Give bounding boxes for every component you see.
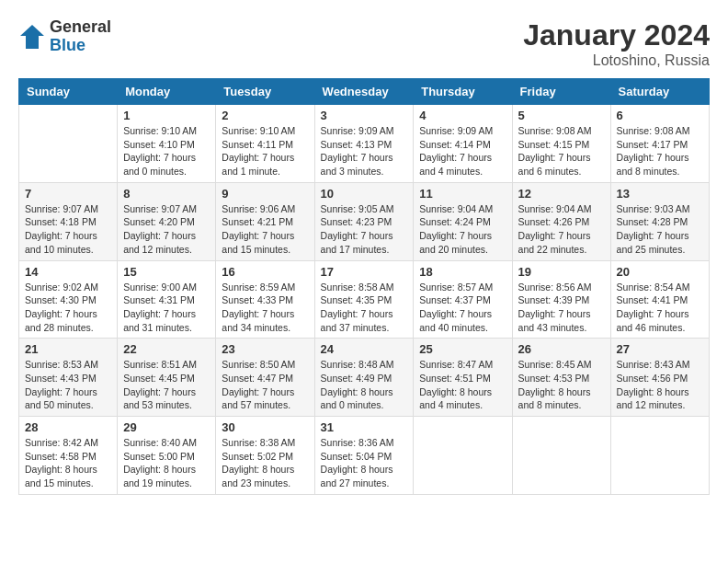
day-number: 17 [321,265,408,279]
day-info: Sunrise: 9:06 AM Sunset: 4:21 PM Dayligh… [222,202,308,257]
week-row-3: 14Sunrise: 9:02 AM Sunset: 4:30 PM Dayli… [19,260,710,339]
calendar-cell: 21Sunrise: 8:53 AM Sunset: 4:43 PM Dayli… [19,339,118,417]
day-number: 16 [222,265,308,279]
day-number: 31 [321,420,408,434]
day-info: Sunrise: 8:51 AM Sunset: 4:45 PM Dayligh… [123,358,210,412]
calendar-cell: 18Sunrise: 8:57 AM Sunset: 4:37 PM Dayli… [414,260,512,339]
weekday-header-monday: Monday [118,79,216,105]
location: Lotoshino, Russia [523,52,710,69]
calendar-cell: 9Sunrise: 9:06 AM Sunset: 4:21 PM Daylig… [216,182,314,260]
day-info: Sunrise: 9:00 AM Sunset: 4:31 PM Dayligh… [123,281,210,335]
day-info: Sunrise: 9:03 AM Sunset: 4:28 PM Dayligh… [617,202,703,257]
calendar-cell [414,417,512,495]
calendar-cell: 27Sunrise: 8:43 AM Sunset: 4:56 PM Dayli… [610,339,709,417]
calendar-cell: 19Sunrise: 8:56 AM Sunset: 4:39 PM Dayli… [512,260,610,339]
day-info: Sunrise: 8:53 AM Sunset: 4:43 PM Dayligh… [25,358,111,412]
week-row-2: 7Sunrise: 9:07 AM Sunset: 4:18 PM Daylig… [19,182,710,260]
day-number: 18 [419,265,506,279]
calendar-cell: 23Sunrise: 8:50 AM Sunset: 4:47 PM Dayli… [216,339,314,417]
calendar-cell: 25Sunrise: 8:47 AM Sunset: 4:51 PM Dayli… [414,339,512,417]
day-number: 30 [222,420,308,434]
day-info: Sunrise: 9:08 AM Sunset: 4:17 PM Dayligh… [617,124,703,178]
day-info: Sunrise: 8:40 AM Sunset: 5:00 PM Dayligh… [123,436,210,490]
week-row-4: 21Sunrise: 8:53 AM Sunset: 4:43 PM Dayli… [19,339,710,417]
calendar-cell: 7Sunrise: 9:07 AM Sunset: 4:18 PM Daylig… [19,182,118,260]
calendar-cell: 3Sunrise: 9:09 AM Sunset: 4:13 PM Daylig… [314,105,414,183]
day-number: 15 [123,265,210,279]
day-info: Sunrise: 9:04 AM Sunset: 4:24 PM Dayligh… [419,202,506,257]
day-number: 2 [222,109,308,122]
day-number: 4 [419,109,506,122]
day-number: 26 [518,342,605,356]
logo-general: General [50,17,111,36]
day-info: Sunrise: 9:02 AM Sunset: 4:30 PM Dayligh… [25,281,111,335]
day-info: Sunrise: 8:56 AM Sunset: 4:39 PM Dayligh… [518,281,605,335]
day-info: Sunrise: 8:47 AM Sunset: 4:51 PM Dayligh… [419,358,506,412]
day-info: Sunrise: 8:45 AM Sunset: 4:53 PM Dayligh… [518,358,605,412]
calendar-cell: 31Sunrise: 8:36 AM Sunset: 5:04 PM Dayli… [314,417,414,495]
day-info: Sunrise: 8:57 AM Sunset: 4:37 PM Dayligh… [419,281,506,335]
weekday-header-sunday: Sunday [19,79,118,105]
calendar-cell [19,105,118,183]
day-info: Sunrise: 9:09 AM Sunset: 4:13 PM Dayligh… [321,124,408,178]
day-number: 11 [419,187,506,201]
weekday-header-friday: Friday [512,79,610,105]
day-info: Sunrise: 8:38 AM Sunset: 5:02 PM Dayligh… [222,436,308,490]
logo-icon [18,23,46,51]
calendar-cell: 15Sunrise: 9:00 AM Sunset: 4:31 PM Dayli… [118,260,216,339]
day-info: Sunrise: 8:59 AM Sunset: 4:33 PM Dayligh… [222,281,308,335]
svg-marker-0 [20,25,44,49]
weekday-header-saturday: Saturday [610,79,709,105]
day-number: 27 [617,342,703,356]
calendar-cell [512,417,610,495]
calendar-cell [610,417,709,495]
week-row-1: 1Sunrise: 9:10 AM Sunset: 4:10 PM Daylig… [19,105,710,183]
day-info: Sunrise: 9:07 AM Sunset: 4:18 PM Dayligh… [25,202,111,257]
logo-text: General Blue [50,18,111,55]
day-number: 20 [617,265,703,279]
calendar-cell: 30Sunrise: 8:38 AM Sunset: 5:02 PM Dayli… [216,417,314,495]
calendar-table: SundayMondayTuesdayWednesdayThursdayFrid… [18,78,710,495]
page-header: General Blue January 2024 Lotoshino, Rus… [18,18,710,69]
day-info: Sunrise: 9:04 AM Sunset: 4:26 PM Dayligh… [518,202,605,257]
day-info: Sunrise: 9:09 AM Sunset: 4:14 PM Dayligh… [419,124,506,178]
day-info: Sunrise: 9:10 AM Sunset: 4:11 PM Dayligh… [222,124,308,178]
week-row-5: 28Sunrise: 8:42 AM Sunset: 4:58 PM Dayli… [19,417,710,495]
day-number: 19 [518,265,605,279]
day-number: 9 [222,187,308,201]
calendar-cell: 2Sunrise: 9:10 AM Sunset: 4:11 PM Daylig… [216,105,314,183]
day-number: 7 [25,187,111,201]
day-number: 6 [617,109,703,122]
day-info: Sunrise: 8:58 AM Sunset: 4:35 PM Dayligh… [321,281,408,335]
calendar-cell: 29Sunrise: 8:40 AM Sunset: 5:00 PM Dayli… [118,417,216,495]
day-number: 13 [617,187,703,201]
calendar-cell: 13Sunrise: 9:03 AM Sunset: 4:28 PM Dayli… [610,182,709,260]
logo-blue: Blue [50,36,85,54]
calendar-cell: 6Sunrise: 9:08 AM Sunset: 4:17 PM Daylig… [610,105,709,183]
weekday-header-tuesday: Tuesday [216,79,314,105]
day-number: 21 [25,342,111,356]
day-number: 3 [321,109,408,122]
month-year: January 2024 [523,18,710,52]
calendar-cell: 12Sunrise: 9:04 AM Sunset: 4:26 PM Dayli… [512,182,610,260]
day-number: 29 [123,420,210,434]
day-number: 8 [123,187,210,201]
calendar-cell: 20Sunrise: 8:54 AM Sunset: 4:41 PM Dayli… [610,260,709,339]
calendar-cell: 4Sunrise: 9:09 AM Sunset: 4:14 PM Daylig… [414,105,512,183]
day-number: 14 [25,265,111,279]
day-info: Sunrise: 9:05 AM Sunset: 4:23 PM Dayligh… [321,202,408,257]
day-number: 25 [419,342,506,356]
day-info: Sunrise: 8:43 AM Sunset: 4:56 PM Dayligh… [617,358,703,412]
weekday-header-wednesday: Wednesday [314,79,414,105]
day-number: 24 [321,342,408,356]
day-number: 12 [518,187,605,201]
day-info: Sunrise: 8:36 AM Sunset: 5:04 PM Dayligh… [321,436,408,490]
day-number: 1 [123,109,210,122]
calendar-cell: 22Sunrise: 8:51 AM Sunset: 4:45 PM Dayli… [118,339,216,417]
calendar-cell: 28Sunrise: 8:42 AM Sunset: 4:58 PM Dayli… [19,417,118,495]
logo: General Blue [18,18,111,55]
day-info: Sunrise: 9:10 AM Sunset: 4:10 PM Dayligh… [123,124,210,178]
weekday-header-thursday: Thursday [414,79,512,105]
day-info: Sunrise: 8:48 AM Sunset: 4:49 PM Dayligh… [321,358,408,412]
day-number: 5 [518,109,605,122]
